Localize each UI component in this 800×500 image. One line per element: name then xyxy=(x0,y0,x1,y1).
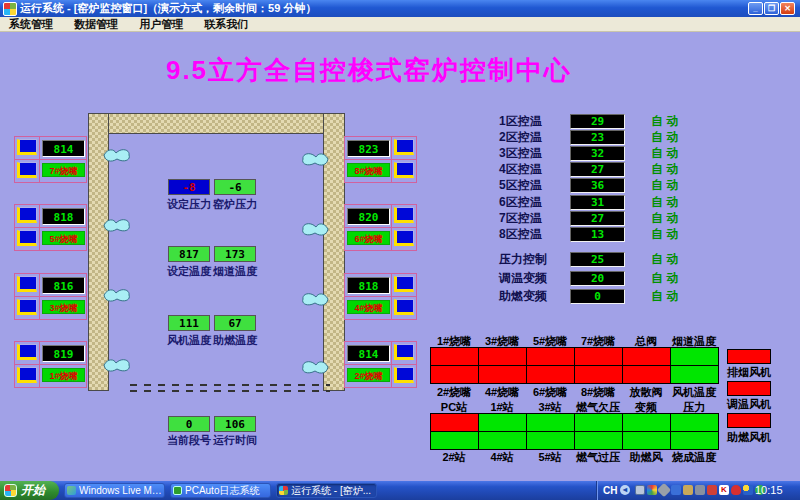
grid-label: 助燃风 xyxy=(622,450,670,465)
zone-value-display[interactable]: 36 xyxy=(570,178,625,193)
auto-mode-label[interactable]: 自 动 xyxy=(651,130,678,144)
menu-bar: 系统管理 数据管理 用户管理 联系我们 xyxy=(0,17,800,32)
network-icon[interactable] xyxy=(671,485,681,495)
burner-unit-1: 819 1#烧嘴 xyxy=(14,341,87,388)
task-button-run-system[interactable]: 运行系统 - [窑炉... xyxy=(276,483,377,498)
task-label: PCAuto日志系统 xyxy=(185,484,268,497)
zone-value-display[interactable]: 27 xyxy=(570,211,625,226)
auto-mode-label[interactable]: 自 动 xyxy=(651,227,678,241)
grid-label: 5#站 xyxy=(526,450,574,465)
folder-icon[interactable] xyxy=(683,485,693,495)
burner-label: 1#烧嘴 xyxy=(42,368,85,382)
auto-mode-label[interactable]: 自 动 xyxy=(651,195,678,209)
start-button[interactable]: 开始 xyxy=(0,481,59,500)
grid-label: 烧成温度 xyxy=(670,450,718,465)
status-cell xyxy=(479,414,527,432)
zone-value-display[interactable]: 32 xyxy=(570,146,625,161)
auto-mode-label[interactable]: 自 动 xyxy=(651,114,678,128)
status-cell xyxy=(431,432,479,450)
auto-mode-label[interactable]: 自 动 xyxy=(651,289,678,303)
auto-mode-label[interactable]: 自 动 xyxy=(651,178,678,192)
status-cell xyxy=(623,348,671,366)
fan-temp-display: 111 xyxy=(168,315,210,331)
kaspersky-icon[interactable]: K xyxy=(719,485,729,495)
temp-vfd-display[interactable]: 20 xyxy=(570,271,625,286)
pinwheel-icon[interactable] xyxy=(647,485,657,495)
zone-value-display[interactable]: 31 xyxy=(570,195,625,210)
valve-button[interactable] xyxy=(394,367,414,383)
zone-value-display[interactable]: 13 xyxy=(570,227,625,242)
close-button[interactable]: ✕ xyxy=(780,2,795,15)
burner-temp-display: 819 xyxy=(42,345,85,362)
shield-icon[interactable] xyxy=(731,485,741,495)
zone-value-display[interactable]: 29 xyxy=(570,114,625,129)
auto-mode-label[interactable]: 自 动 xyxy=(651,252,678,266)
exhaust-fan-label: 排烟风机 xyxy=(723,365,775,380)
chevron-left-icon[interactable]: ◂ xyxy=(620,485,630,495)
diamond-icon[interactable] xyxy=(657,483,671,497)
zone-value-display[interactable]: 27 xyxy=(570,162,625,177)
minimize-button[interactable]: _ xyxy=(748,2,763,15)
zone-label: 3区控温 xyxy=(499,146,542,160)
status-cell xyxy=(623,432,671,450)
menu-contact[interactable]: 联系我们 xyxy=(195,17,257,31)
zone-label: 1区控温 xyxy=(499,114,542,128)
grid-label: 燃气过压 xyxy=(574,450,622,465)
kiln-car-rail xyxy=(130,384,330,386)
grid-label: 4#站 xyxy=(478,450,526,465)
status-cell xyxy=(431,348,479,366)
task-button-pcauto-log[interactable]: PCAuto日志系统 xyxy=(170,483,271,498)
grid-label: 8#烧嘴 xyxy=(574,385,622,400)
globe-icon[interactable] xyxy=(743,485,753,495)
chart-icon[interactable] xyxy=(695,485,705,495)
task-label: 运行系统 - [窑炉... xyxy=(291,484,374,497)
windows-logo-icon xyxy=(4,484,17,497)
status-cell xyxy=(527,414,575,432)
valve-button[interactable] xyxy=(17,367,37,383)
burner-unit-2: 814 2#烧嘴 xyxy=(344,341,417,388)
language-indicator[interactable]: CH xyxy=(603,481,617,500)
temp-fan-label: 调温风机 xyxy=(723,397,775,412)
display-icon[interactable] xyxy=(635,485,645,495)
menu-user[interactable]: 用户管理 xyxy=(130,17,192,31)
burner-temp-display: 814 xyxy=(347,345,390,362)
taskbar: 开始 Windows Live Mes... PCAuto日志系统 运行系统 -… xyxy=(0,481,800,500)
zone-value-display[interactable]: 23 xyxy=(570,130,625,145)
title-bar: 运行系统 - [窑炉监控窗口]（演示方式，剩余时间：59 分钟） _ ❐ ✕ xyxy=(0,0,800,17)
grid2-cells xyxy=(430,413,719,450)
combustion-vfd-display[interactable]: 0 xyxy=(570,289,625,304)
alert-icon[interactable] xyxy=(707,485,717,495)
log-app-icon xyxy=(173,486,182,495)
messenger-icon xyxy=(67,486,76,495)
valve-button[interactable] xyxy=(394,344,414,360)
restore-button[interactable]: ❐ xyxy=(764,2,779,15)
zone-label: 6区控温 xyxy=(499,195,542,209)
zone-label: 2区控温 xyxy=(499,130,542,144)
temp-vfd-label: 调温变频 xyxy=(499,271,547,285)
auto-mode-label[interactable]: 自 动 xyxy=(651,162,678,176)
scada-window: 运行系统 - [窑炉监控窗口]（演示方式，剩余时间：59 分钟） _ ❐ ✕ 系… xyxy=(0,0,800,500)
grid-label: 4#烧嘴 xyxy=(478,385,526,400)
window-title: 运行系统 - [窑炉监控窗口]（演示方式，剩余时间：59 分钟） xyxy=(20,0,316,17)
combustion-fan-label: 助燃风机 xyxy=(723,430,775,445)
zone-label: 8区控温 xyxy=(499,227,542,241)
exhaust-fan-indicator xyxy=(727,349,771,364)
grid2-bottom-labels: 2#站 4#站 5#站 燃气过压 助燃风 烧成温度 xyxy=(430,450,718,465)
grid-label: 6#烧嘴 xyxy=(526,385,574,400)
status-cell xyxy=(671,348,719,366)
valve-button[interactable] xyxy=(17,344,37,360)
auto-mode-label[interactable]: 自 动 xyxy=(651,146,678,160)
status-cell xyxy=(479,432,527,450)
task-button-messenger[interactable]: Windows Live Mes... xyxy=(64,483,165,498)
grid-label: 放散阀 xyxy=(622,385,670,400)
menu-system[interactable]: 系统管理 xyxy=(0,17,62,31)
status-cell xyxy=(671,432,719,450)
pressure-control-display[interactable]: 25 xyxy=(570,252,625,267)
menu-data[interactable]: 数据管理 xyxy=(65,17,127,31)
tray-clock: 10:15 xyxy=(755,481,783,500)
divider xyxy=(15,364,86,365)
status-cell xyxy=(623,414,671,432)
auto-mode-label[interactable]: 自 动 xyxy=(651,271,678,285)
status-cell xyxy=(575,348,623,366)
auto-mode-label[interactable]: 自 动 xyxy=(651,211,678,225)
